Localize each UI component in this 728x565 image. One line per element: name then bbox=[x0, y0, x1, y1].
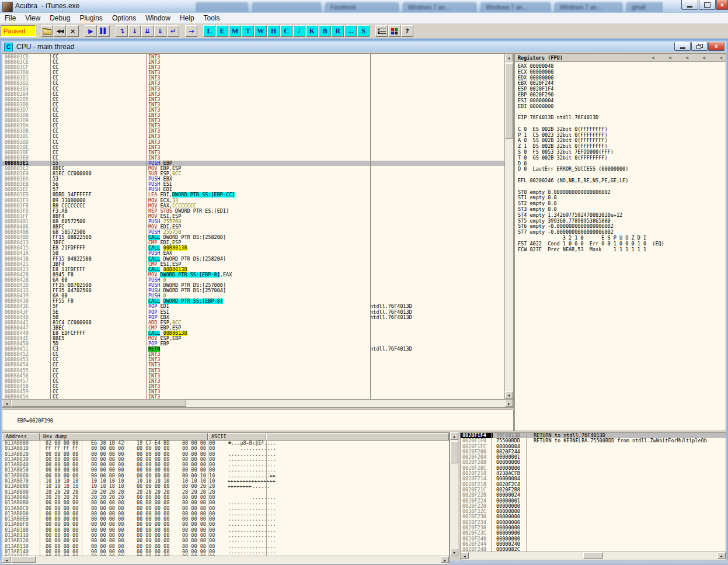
dump-row[interactable]: 013AB0B000 00 00 0000 00 00 0000 00 00 0… bbox=[2, 500, 449, 505]
stack-row[interactable]: 0020F22400000001 bbox=[461, 498, 726, 504]
disasm-row[interactable]: 00B803ED8DBD 34FFFFFFLEA EDI,DWORD PTR S… bbox=[2, 192, 504, 197]
stack-row[interactable]: 0020F20800000000 bbox=[461, 460, 726, 465]
stack-row[interactable]: 0020F20C00000000 bbox=[461, 466, 726, 471]
appearance-button[interactable] bbox=[388, 25, 400, 37]
dump-row[interactable]: 013AB09020 20 20 2020 20 20 2020 20 20 2… bbox=[2, 490, 449, 495]
disasm-row[interactable]: 00B803FDF3:ABREP STOS DWORD PTR ES:[EDI] bbox=[2, 209, 504, 214]
view-run-trace-button[interactable]: … bbox=[344, 25, 357, 37]
hex-dump-pane[interactable]: Address Hex dump ASCII 013AB00002 00 00 … bbox=[2, 432, 450, 556]
dump-row[interactable]: 013AB02000 00 00 0000 00 00 0000 00 00 0… bbox=[2, 452, 449, 457]
view-log-button[interactable]: L bbox=[203, 25, 215, 37]
menu-item-window[interactable]: Window bbox=[141, 13, 175, 23]
menu-item-view[interactable]: View bbox=[20, 13, 45, 23]
disasm-row[interactable]: 00B803E155PUSH EBP bbox=[2, 161, 504, 166]
dump-row[interactable]: 013AB06000 00 00 0000 00 00 0000 00 00 0… bbox=[2, 473, 449, 479]
disasm-row[interactable]: 00B803CDCCINT3 bbox=[2, 54, 504, 60]
menu-item-options[interactable]: Options bbox=[107, 13, 141, 23]
menu-item-plugins[interactable]: Plugins bbox=[75, 13, 107, 23]
disasm-row[interactable]: 00B804473BECCMP EBP,ESP bbox=[2, 325, 504, 331]
view-handles-button[interactable]: H bbox=[267, 25, 280, 37]
chevron-left-icon[interactable]: < bbox=[669, 55, 672, 61]
scroll-right-icon[interactable]: ▶ bbox=[505, 400, 513, 407]
animate-over-button[interactable]: ⇓ bbox=[154, 25, 166, 37]
view-memory-button[interactable]: M bbox=[229, 25, 241, 37]
dump-row[interactable]: 013AB05000 00 00 0000 00 00 0000 00 00 0… bbox=[2, 467, 449, 473]
cpu-restore-button[interactable] bbox=[691, 42, 708, 51]
disasm-row[interactable]: 00B8040168 60572500PUSH 255760 bbox=[2, 219, 504, 224]
dump-row[interactable]: 013AB03000 00 00 0000 00 00 0000 00 00 0… bbox=[2, 457, 449, 462]
disasm-row[interactable]: 00B803F3B9 33000000MOV ECX,33 bbox=[2, 198, 504, 203]
scroll-down-icon[interactable]: ▼ bbox=[450, 549, 458, 556]
stack-hscrollbar[interactable]: ◀ ▶ bbox=[460, 552, 726, 560]
stack-row[interactable]: 0020F23C00000000 bbox=[461, 531, 726, 536]
open-file-button[interactable] bbox=[41, 25, 53, 37]
dump-row[interactable]: 013AB00002 00 00 00E6 38 1B 4219 C7 E4 B… bbox=[2, 441, 449, 446]
disasm-row[interactable]: 00B803E0CCINT3 bbox=[2, 155, 504, 161]
disasm-row[interactable]: 00B803D8CCINT3 bbox=[2, 113, 504, 118]
disasm-row[interactable]: 00B803DDCCINT3 bbox=[2, 140, 504, 145]
disasm-row[interactable]: 00B8042B6A 00PUSH 0 bbox=[2, 278, 504, 283]
chevron-left-icon[interactable]: < bbox=[720, 55, 723, 61]
disasm-row[interactable]: 00B803EB56PUSH ESI bbox=[2, 182, 504, 187]
disasm-row[interactable]: 00B803D3CCINT3 bbox=[2, 86, 504, 92]
view-executables-button[interactable]: E bbox=[216, 25, 228, 37]
restart-button[interactable]: ◀◀ bbox=[54, 25, 66, 37]
stack-row[interactable]: 0020F1F875500BDDRETURN to KERNELBA.75500… bbox=[461, 438, 726, 443]
disasm-row[interactable]: 00B80459CCINT3 bbox=[2, 389, 504, 394]
disasm-row[interactable]: 00B80453CCINT3 bbox=[2, 357, 504, 362]
scroll-thumb[interactable] bbox=[450, 441, 458, 463]
dump-row[interactable]: 013AB07010 10 10 1010 10 10 1010 10 10 1… bbox=[2, 479, 449, 484]
disasm-row[interactable]: 00B803D5CCINT3 bbox=[2, 97, 504, 102]
disasm-row[interactable]: 00B804505DPOP EBP bbox=[2, 341, 504, 346]
disasm-row[interactable]: 00B804133BFCCMP EDI,ESP bbox=[2, 240, 504, 245]
scroll-up-icon[interactable]: ▲ bbox=[505, 54, 513, 61]
disasm-row[interactable]: 00B8043E5FPOP EDIntdll.76F4013D bbox=[2, 304, 504, 309]
disasm-row[interactable]: 00B803D1CCINT3 bbox=[2, 75, 504, 81]
execute-till-user-code-button[interactable]: → bbox=[185, 25, 197, 37]
disasm-row[interactable]: 00B803D6CCINT3 bbox=[2, 102, 504, 108]
dump-row[interactable]: 013AB010FF FF FF FF00 00 00 0000 00 00 0… bbox=[2, 446, 449, 451]
info-pane[interactable]: EBP=0020F290 bbox=[2, 410, 514, 431]
disasm-row[interactable]: 00B80423E8 13FDFFFFCALL 00B8013B bbox=[2, 267, 504, 272]
dump-row[interactable]: 013AB0D000 00 00 0000 00 00 0000 00 00 0… bbox=[2, 511, 449, 517]
view-call-stack-button[interactable]: K bbox=[306, 25, 318, 37]
step-into-button[interactable]: ↴ bbox=[116, 25, 128, 37]
stack-row[interactable]: 0020F2180020F2C4 bbox=[461, 482, 726, 487]
disasm-row[interactable]: 00B803D2CCINT3 bbox=[2, 81, 504, 86]
disasm-row[interactable]: 00B803DCCCINT3 bbox=[2, 134, 504, 139]
disasm-row[interactable]: 00B803CFCCINT3 bbox=[2, 65, 504, 70]
disasm-row[interactable]: 00B80458CCINT3 bbox=[2, 384, 504, 389]
stack-row[interactable]: 0020F2000020F244 bbox=[461, 449, 726, 455]
scroll-left-icon[interactable]: ◀ bbox=[2, 556, 11, 563]
disasm-row[interactable]: 00B8042DFF35 00702500PUSH DWORD PTR DS:[… bbox=[2, 283, 504, 288]
dump-row[interactable]: 013AB14000 00 00 0000 00 00 0000 00 00 0… bbox=[2, 549, 449, 554]
disasm-row[interactable]: 00B803FF8BF4MOV ESI,ESP bbox=[2, 214, 504, 219]
minimize-button[interactable] bbox=[681, 0, 698, 10]
animate-into-button[interactable]: ⇊ bbox=[141, 25, 154, 37]
disasm-row[interactable]: 00B803DECCINT3 bbox=[2, 145, 504, 150]
disasm-row[interactable]: 00B80457CCINT3 bbox=[2, 379, 504, 384]
disasm-row[interactable]: 00B8044181C4 CC000000ADD ESP,0CC bbox=[2, 320, 504, 325]
dump-row[interactable]: 013AB0A020 20 20 2020 20 20 2000 00 00 0… bbox=[2, 495, 449, 500]
dump-row[interactable]: 013AB10000 00 00 0000 00 00 0000 00 00 0… bbox=[2, 528, 449, 533]
dump-header-ascii[interactable]: ASCII bbox=[208, 433, 266, 441]
stack-row[interactable]: 0020F1F476F4013DRETURN to ntdll.76F4013D bbox=[461, 433, 726, 438]
scroll-down-icon[interactable]: ▼ bbox=[505, 391, 513, 399]
maximize-button[interactable] bbox=[699, 0, 716, 10]
disasm-row[interactable]: 00B8041A50PUSH EAX bbox=[2, 251, 504, 256]
stack-row[interactable]: 0020F22000000024 bbox=[461, 493, 726, 498]
scroll-up-icon[interactable]: ▲ bbox=[450, 432, 458, 440]
dump-row[interactable]: 013AB08010 10 10 1010 10 10 1000 00 00 0… bbox=[2, 484, 449, 489]
dump-row[interactable]: 013AB0E000 00 00 0000 00 00 0000 00 00 0… bbox=[2, 517, 449, 522]
stack-row[interactable]: 0020F1FC00000004 bbox=[461, 444, 726, 449]
chevron-left-icon[interactable]: < bbox=[652, 55, 654, 61]
dump-row[interactable]: 013AB11000 00 00 0000 00 00 0000 00 00 0… bbox=[2, 533, 449, 538]
disasm-row[interactable]: 00B803DFCCINT3 bbox=[2, 150, 504, 155]
title-bar[interactable]: Acubra - iTunes.exe FacebookWindows 7 an… bbox=[0, 0, 728, 13]
scroll-left-icon[interactable]: ◀ bbox=[461, 552, 469, 559]
disasm-row[interactable]: 00B80433FF35 04702500PUSH DWORD PTR DS:[… bbox=[2, 288, 504, 293]
registers-header[interactable]: Registers (FPU) <<<<< bbox=[515, 54, 726, 62]
view-threads-button[interactable]: T bbox=[242, 25, 254, 37]
disassembly-pane[interactable]: 00B803CDCCINT300B803CECCINT300B803CFCCIN… bbox=[2, 53, 514, 400]
disasm-row[interactable]: 00B8043F5EPOP ESIntdll.76F4013D bbox=[2, 310, 504, 315]
